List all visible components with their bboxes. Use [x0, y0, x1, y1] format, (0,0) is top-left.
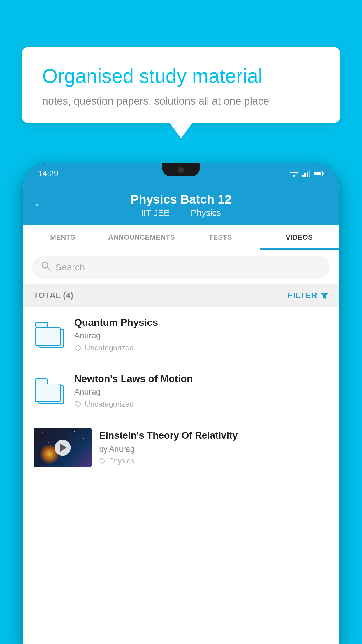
- video-tag: Physics: [99, 457, 328, 465]
- svg-rect-5: [304, 173, 306, 177]
- folder-thumb: [34, 318, 66, 351]
- header-subtitle-part2: Physics: [191, 208, 221, 218]
- video-info: Einstein's Theory Of Relativity by Anura…: [99, 428, 328, 465]
- play-triangle: [60, 444, 66, 452]
- search-placeholder: Search: [55, 262, 85, 273]
- header-subtitle-part1: IIT JEE: [141, 208, 170, 218]
- folder-thumb: [34, 375, 66, 407]
- svg-rect-7: [309, 170, 310, 177]
- bubble-title: Organised study material: [42, 64, 320, 88]
- header-title: Physics Batch 12: [131, 192, 231, 206]
- tab-announcements[interactable]: ANNOUNCEMENTS: [102, 225, 181, 250]
- video-list: Quantum Physics Anurag Uncategorized: [23, 307, 339, 475]
- search-bar: Search: [23, 250, 339, 284]
- svg-point-15: [76, 402, 77, 403]
- tab-ments[interactable]: MENTS: [23, 225, 102, 250]
- signal-icon: [302, 170, 310, 177]
- header-subtitle: IIT JEE Physics: [138, 208, 224, 218]
- phone-screen: ← Physics Batch 12 IIT JEE Physics MENTS…: [23, 184, 339, 644]
- video-author: by Anurag: [99, 445, 328, 454]
- svg-marker-13: [320, 293, 328, 299]
- video-title: Einstein's Theory Of Relativity: [99, 429, 328, 442]
- app-header: ← Physics Batch 12 IIT JEE Physics: [23, 184, 339, 225]
- search-input-wrap[interactable]: Search: [32, 256, 330, 279]
- video-info: Newton's Laws of Motion Anurag Uncategor…: [74, 373, 328, 409]
- video-thumbnail: [34, 428, 92, 467]
- wifi-icon: [289, 170, 298, 177]
- svg-rect-4: [302, 175, 304, 177]
- play-button[interactable]: [55, 440, 71, 456]
- tag-icon: [99, 457, 106, 464]
- tab-tests[interactable]: TESTS: [181, 225, 260, 250]
- battery-icon: [314, 171, 324, 176]
- search-icon: [41, 261, 51, 273]
- phone-frame: 14:29: [23, 163, 339, 644]
- notch: [162, 163, 200, 176]
- svg-line-12: [47, 267, 50, 270]
- tag-icon: [74, 344, 82, 352]
- total-label: TOTAL (4): [34, 291, 73, 300]
- svg-point-14: [76, 346, 77, 347]
- video-title: Quantum Physics: [74, 317, 328, 328]
- speech-bubble: Organised study material notes, question…: [22, 47, 340, 123]
- status-bar: 14:29: [23, 163, 339, 184]
- filter-bar: TOTAL (4) FILTER: [23, 284, 339, 307]
- tabs-bar: MENTS ANNOUNCEMENTS TESTS VIDEOS: [23, 225, 339, 250]
- video-author: Anurag: [74, 387, 328, 397]
- list-item[interactable]: Newton's Laws of Motion Anurag Uncategor…: [23, 363, 339, 419]
- back-button[interactable]: ←: [34, 197, 46, 211]
- video-tag: Uncategorized: [74, 343, 328, 352]
- tab-videos[interactable]: VIDEOS: [260, 225, 339, 250]
- filter-label: FILTER: [288, 291, 317, 300]
- video-info: Quantum Physics Anurag Uncategorized: [74, 317, 328, 352]
- status-icons: [289, 170, 324, 177]
- header-subtitle-separator: [179, 208, 184, 218]
- bubble-subtitle: notes, question papers, solutions all at…: [42, 95, 320, 107]
- svg-rect-6: [307, 172, 308, 177]
- video-author: Anurag: [74, 331, 328, 340]
- video-title: Newton's Laws of Motion: [74, 373, 328, 384]
- video-tag: Uncategorized: [74, 400, 328, 409]
- filter-button[interactable]: FILTER: [288, 291, 328, 300]
- list-item[interactable]: Einstein's Theory Of Relativity by Anura…: [23, 419, 339, 475]
- tag-icon: [74, 400, 82, 408]
- list-item[interactable]: Quantum Physics Anurag Uncategorized: [23, 307, 339, 363]
- camera: [178, 167, 184, 173]
- svg-rect-10: [314, 172, 321, 175]
- svg-rect-9: [322, 173, 324, 174]
- status-time: 14:29: [38, 169, 58, 178]
- svg-point-16: [101, 459, 102, 460]
- filter-icon: [320, 291, 328, 300]
